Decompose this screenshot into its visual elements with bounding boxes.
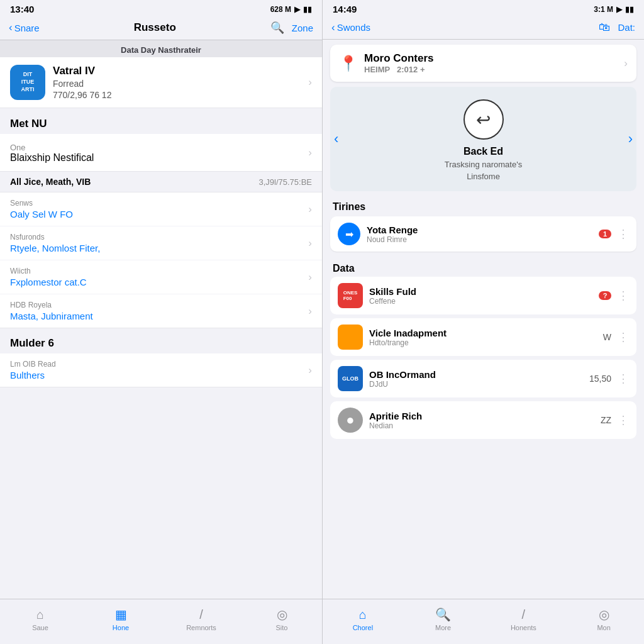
field-lm[interactable]: Lm OIB Read Bulthers › bbox=[0, 353, 322, 387]
field-senws[interactable]: Senws Oaly Sel W FO › bbox=[0, 192, 322, 226]
wifi-icon: ▶ bbox=[294, 5, 300, 14]
tab-mon[interactable]: ◎ Mon bbox=[564, 607, 644, 631]
carousel-desc-2: Linsfome bbox=[467, 172, 500, 181]
left-time: 13:40 bbox=[10, 4, 34, 14]
carousel-left-button[interactable]: ‹ bbox=[334, 131, 338, 147]
vicle-icon bbox=[338, 325, 363, 350]
chorel-label: Chorel bbox=[353, 624, 373, 631]
left-phone-panel: 13:40 628 M ▶ ▮▮ ‹ Snare Russeto 🔍 Zone … bbox=[0, 0, 322, 644]
lm-field-group: Lm OIB Read Bulthers › bbox=[0, 353, 322, 387]
field-label-hdb: HDB Royela bbox=[10, 301, 93, 309]
vicle-value: W bbox=[603, 332, 611, 342]
vicle-sub: Hdto/trange bbox=[369, 338, 597, 347]
left-nav-right: 🔍 Zone bbox=[270, 21, 313, 35]
back-ed-icon: ↩ bbox=[476, 109, 491, 130]
carousel-desc-1: Trasksing naromate's bbox=[445, 160, 522, 169]
field-value-wiicth: Fxplomestor cat.C bbox=[10, 277, 87, 287]
app-info: Vatral IV Forread 770/2,96 76 12 bbox=[53, 65, 301, 100]
remnorts-label: Remnorts bbox=[186, 624, 216, 631]
right-status-bar: 14:49 3:1 M ▶ ▮▮ bbox=[323, 0, 644, 17]
tab-honents[interactable]: / Honents bbox=[484, 608, 564, 631]
yota-icon: ➡ bbox=[338, 223, 360, 245]
blaixship-title: Blaixship Nestifical bbox=[10, 152, 308, 164]
location-name: Moro Conters bbox=[364, 52, 434, 65]
skills-name: Skills Fuld bbox=[369, 286, 592, 297]
hdb-chevron: › bbox=[308, 305, 312, 318]
field-group: Senws Oaly Sel W FO › Nsfuronds Rtyele, … bbox=[0, 192, 322, 328]
carousel-right-button[interactable]: › bbox=[628, 131, 633, 147]
right-nav-right: 🛍 Dat: bbox=[599, 21, 635, 34]
list-item-blaixship[interactable]: One Blaixship Nestifical › bbox=[0, 134, 322, 172]
app-sub: Forread bbox=[53, 79, 301, 89]
right-nav-bar: ‹ Swonds 🛍 Dat: bbox=[323, 17, 644, 40]
field-label-senws: Senws bbox=[10, 199, 73, 208]
skills-more-button[interactable]: ⋮ bbox=[618, 289, 629, 303]
vicle-more-button[interactable]: ⋮ bbox=[618, 330, 629, 344]
data-item-apritie[interactable]: ● Apritie Rich Nedian ZZ ⋮ bbox=[330, 401, 636, 439]
mulder-label: Mulder 6 bbox=[0, 328, 322, 353]
tab-remnorts[interactable]: / Remnorts bbox=[161, 608, 242, 631]
app-detail: 770/2,96 76 12 bbox=[53, 90, 301, 100]
location-sub: HEIMP 2:012 + bbox=[364, 65, 434, 74]
left-back-chevron: ‹ bbox=[9, 21, 13, 34]
data-item-vicle[interactable]: Vicle Inadapment Hdto/trange W ⋮ bbox=[330, 318, 636, 356]
app-card[interactable]: DIT ITUE ARTI Vatral IV Forread 770/2,96… bbox=[0, 57, 322, 108]
tab-saue[interactable]: ⌂ Saue bbox=[0, 608, 80, 631]
data-header: Data bbox=[323, 257, 644, 277]
meta-row: All Jice, Meath, VIB 3,J9l/75.75:BE bbox=[0, 172, 322, 192]
yota-name: Yota Renge bbox=[367, 225, 592, 235]
left-back-button[interactable]: ‹ Snare bbox=[9, 21, 40, 34]
tirine-item[interactable]: ➡ Yota Renge Noud Rimre 1 ⋮ bbox=[330, 216, 636, 252]
blaixship-chevron: › bbox=[308, 147, 312, 159]
field-wiicth[interactable]: Wiicth Fxplomestor cat.C › bbox=[0, 260, 322, 294]
data-item-ob[interactable]: GLOB OB IncOrmand DJdU 15,50 ⋮ bbox=[330, 360, 636, 397]
field-value-senws: Oaly Sel W FO bbox=[10, 209, 73, 219]
yota-more-button[interactable]: ⋮ bbox=[618, 227, 629, 241]
carousel-icon: ↩ bbox=[464, 99, 504, 140]
apritie-more-button[interactable]: ⋮ bbox=[618, 413, 629, 427]
right-back-label: Swonds bbox=[337, 22, 370, 33]
mon-icon: ◎ bbox=[599, 607, 609, 622]
field-nsfuronds[interactable]: Nsfuronds Rtyele, Nomlost Fiter, › bbox=[0, 226, 322, 260]
search-icon[interactable]: 🔍 bbox=[270, 21, 284, 35]
category-one: One bbox=[10, 143, 308, 152]
meta-value: 3,J9l/75.75:BE bbox=[258, 177, 312, 187]
zone-button[interactable]: Zone bbox=[292, 23, 313, 33]
tab-more[interactable]: 🔍 More bbox=[403, 607, 484, 631]
hone-icon: ▦ bbox=[115, 607, 127, 622]
tab-hone[interactable]: ▦ Hone bbox=[80, 607, 161, 631]
field-value-hdb: Masta, Jubnirament bbox=[10, 311, 93, 321]
left-tab-bar: ⌂ Saue ▦ Hone / Remnorts ◎ Sito bbox=[0, 599, 322, 644]
right-bag-icon[interactable]: 🛍 bbox=[599, 21, 610, 34]
apritie-name: Apritie Rich bbox=[369, 411, 594, 421]
right-back-button[interactable]: ‹ Swonds bbox=[331, 21, 370, 34]
ob-sub: DJdU bbox=[369, 380, 583, 389]
remnorts-icon: / bbox=[199, 608, 203, 622]
app-card-chevron: › bbox=[308, 76, 312, 89]
ob-more-button[interactable]: ⋮ bbox=[618, 372, 629, 386]
data-item-skills[interactable]: ONESF00 Skills Fuld Ceffene ? ⋮ bbox=[330, 277, 636, 314]
location-card[interactable]: 📍 Moro Conters HEIMP 2:012 + › bbox=[330, 45, 636, 82]
yota-sub: Noud Rimre bbox=[367, 235, 592, 244]
vicle-name: Vicle Inadapment bbox=[369, 328, 597, 338]
meta-label: All Jice, Meath, VIB bbox=[10, 177, 91, 187]
app-name: Vatral IV bbox=[53, 65, 301, 77]
left-nav-bar: ‹ Snare Russeto 🔍 Zone bbox=[0, 17, 322, 40]
sito-icon: ◎ bbox=[277, 607, 287, 622]
app-icon: DIT ITUE ARTI bbox=[10, 65, 45, 100]
apritie-sub: Nedian bbox=[369, 421, 594, 430]
tab-sito[interactable]: ◎ Sito bbox=[242, 607, 322, 631]
more-icon: 🔍 bbox=[435, 607, 451, 622]
field-label-nsfuronds: Nsfuronds bbox=[10, 233, 100, 242]
chorel-icon: ⌂ bbox=[359, 608, 367, 622]
tirines-header: Tirines bbox=[323, 194, 644, 216]
right-phone-panel: 14:49 3:1 M ▶ ▮▮ ‹ Swonds 🛍 Dat: 📍 Moro … bbox=[322, 0, 644, 644]
right-back-chevron: ‹ bbox=[331, 21, 335, 34]
left-scroll-area: Data Day Nasthrateir DIT ITUE ARTI Vatra… bbox=[0, 40, 322, 599]
skills-icon: ONESF00 bbox=[338, 283, 363, 308]
location-pin-icon: 📍 bbox=[339, 55, 358, 72]
field-hdb[interactable]: HDB Royela Masta, Jubnirament › bbox=[0, 294, 322, 328]
ob-name: OB IncOrmand bbox=[369, 369, 583, 380]
right-dat-label[interactable]: Dat: bbox=[618, 22, 635, 33]
tab-chorel[interactable]: ⌂ Chorel bbox=[323, 608, 403, 631]
